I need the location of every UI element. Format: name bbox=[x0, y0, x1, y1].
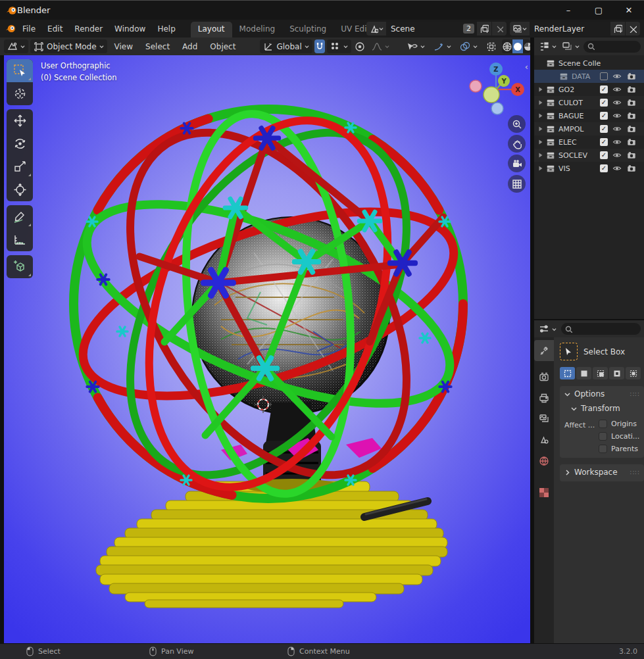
camera-visibility-icon[interactable] bbox=[627, 111, 636, 120]
menu-viewport-view[interactable]: View bbox=[109, 40, 138, 53]
outliner-row-data[interactable]: DATA bbox=[534, 70, 644, 83]
disclosure-triangle-icon[interactable] bbox=[538, 113, 543, 118]
exclude-checkbox[interactable]: ✓ bbox=[600, 125, 608, 133]
outliner-row-socle[interactable]: SOCLEV ✓ bbox=[534, 149, 644, 162]
outliner-row-go2[interactable]: GO2 ✓ bbox=[534, 83, 644, 96]
overlays-dropdown[interactable] bbox=[457, 39, 481, 53]
xray-toggle[interactable] bbox=[483, 39, 500, 53]
camera-visibility-icon[interactable] bbox=[627, 85, 636, 94]
proportional-edit-toggle[interactable] bbox=[353, 39, 366, 53]
proportional-falloff-dropdown[interactable] bbox=[368, 39, 393, 53]
shading-solid-button[interactable] bbox=[512, 39, 523, 53]
options-panel-header[interactable]: Options ∷∷ bbox=[564, 389, 639, 399]
tool-measure[interactable] bbox=[7, 228, 33, 251]
active-tool-row[interactable]: Select Box bbox=[560, 343, 644, 360]
menu-file[interactable]: File bbox=[16, 22, 41, 36]
snap-settings-dropdown[interactable] bbox=[327, 39, 351, 53]
tab-world[interactable] bbox=[534, 451, 554, 472]
locations-checkbox[interactable] bbox=[599, 432, 607, 441]
eye-icon[interactable] bbox=[612, 124, 622, 134]
view-layer-remove-button[interactable] bbox=[626, 22, 640, 36]
select-mode-invert-button[interactable] bbox=[609, 367, 624, 379]
blender-menu-logo-icon[interactable] bbox=[5, 23, 16, 34]
menu-edit[interactable]: Edit bbox=[41, 22, 68, 36]
menu-window[interactable]: Window bbox=[109, 22, 151, 36]
menu-render[interactable]: Render bbox=[68, 22, 109, 36]
snap-toggle[interactable] bbox=[314, 39, 325, 53]
editor-type-button[interactable] bbox=[4, 39, 28, 53]
close-button[interactable]: ✕ bbox=[614, 1, 644, 20]
affect-locations-option[interactable]: Locati... bbox=[599, 432, 639, 441]
tool-annotate[interactable] bbox=[7, 205, 33, 228]
tab-sculpting[interactable]: Sculpting bbox=[282, 22, 334, 37]
shading-material-button[interactable] bbox=[523, 39, 530, 53]
maximize-button[interactable]: ▢ bbox=[583, 1, 614, 20]
affect-origins-option[interactable]: Origins bbox=[599, 420, 639, 428]
scene-unlink-button[interactable] bbox=[492, 22, 507, 36]
tab-output[interactable] bbox=[534, 387, 554, 408]
visibility-dropdown[interactable] bbox=[404, 39, 428, 53]
menu-viewport-object[interactable]: Object bbox=[205, 40, 241, 53]
camera-visibility-icon[interactable] bbox=[627, 151, 636, 160]
minimize-button[interactable]: – bbox=[553, 1, 583, 20]
viewport-3d[interactable]: Z Y X User Orthographic (0) Scene Collec… bbox=[4, 55, 530, 643]
exclude-checkbox[interactable]: ✓ bbox=[600, 112, 608, 120]
tool-rotate[interactable] bbox=[7, 132, 33, 155]
exclude-checkbox[interactable]: ✓ bbox=[600, 99, 608, 107]
disclosure-triangle-icon[interactable] bbox=[538, 87, 543, 92]
menu-viewport-add[interactable]: Add bbox=[177, 40, 203, 53]
disclosure-triangle-icon[interactable] bbox=[538, 139, 543, 145]
eye-icon[interactable] bbox=[612, 98, 622, 107]
tab-modeling[interactable]: Modeling bbox=[232, 22, 283, 37]
tab-tool[interactable] bbox=[534, 340, 554, 361]
properties-search-field[interactable] bbox=[561, 323, 641, 335]
pan-button[interactable] bbox=[508, 135, 526, 153]
shading-wireframe-button[interactable] bbox=[502, 39, 512, 53]
tool-add-cube[interactable] bbox=[7, 255, 33, 278]
disclosure-triangle-icon[interactable] bbox=[538, 153, 543, 158]
select-mode-new-button[interactable] bbox=[560, 367, 575, 379]
menu-viewport-select[interactable]: Select bbox=[140, 40, 175, 53]
eye-icon[interactable] bbox=[612, 72, 622, 81]
sidebar-collapse-arrow[interactable]: ‹ bbox=[525, 62, 528, 72]
workspace-panel-header[interactable]: Workspace ∷∷ bbox=[564, 468, 639, 477]
gizmo-z-neg-axis[interactable] bbox=[491, 103, 503, 114]
exclude-checkbox[interactable] bbox=[600, 72, 608, 80]
view-layer-browse-button[interactable] bbox=[510, 22, 530, 36]
affect-parents-option[interactable]: Parents bbox=[599, 445, 639, 453]
eye-icon[interactable] bbox=[612, 164, 622, 173]
transform-panel-header[interactable]: Transform bbox=[571, 404, 639, 413]
disclosure-triangle-icon[interactable] bbox=[538, 166, 543, 171]
view-layer-new-button[interactable] bbox=[610, 22, 625, 36]
tab-view-layer[interactable] bbox=[534, 408, 554, 429]
exclude-checkbox[interactable]: ✓ bbox=[600, 164, 608, 172]
panel-grip[interactable]: ∷∷ bbox=[630, 469, 640, 476]
exclude-checkbox[interactable]: ✓ bbox=[600, 138, 608, 146]
origins-checkbox[interactable] bbox=[599, 420, 607, 428]
transform-orientation-dropdown[interactable]: Global bbox=[260, 39, 312, 53]
properties-editor-type-button[interactable] bbox=[537, 322, 558, 336]
perspective-toggle-button[interactable] bbox=[508, 175, 526, 193]
scene-new-button[interactable] bbox=[477, 22, 491, 36]
camera-visibility-icon[interactable] bbox=[627, 137, 636, 147]
scene-browse-button[interactable] bbox=[366, 22, 386, 36]
menu-help[interactable]: Help bbox=[151, 22, 181, 36]
camera-visibility-icon[interactable] bbox=[627, 98, 636, 107]
camera-visibility-icon[interactable] bbox=[627, 72, 636, 81]
eye-icon[interactable] bbox=[612, 137, 622, 147]
disclosure-triangle-icon[interactable] bbox=[538, 126, 543, 132]
camera-visibility-icon[interactable] bbox=[627, 124, 636, 134]
outliner-row-vis[interactable]: VIS ✓ bbox=[534, 162, 644, 175]
scene-name[interactable]: Scene bbox=[386, 24, 463, 34]
tool-cursor[interactable] bbox=[7, 82, 33, 105]
zoom-button[interactable] bbox=[508, 115, 526, 133]
outliner-row-ampoule[interactable]: AMPOL ✓ bbox=[534, 122, 644, 135]
gizmo-x-neg-axis[interactable] bbox=[470, 80, 482, 92]
gizmo-y-neg-axis[interactable] bbox=[483, 87, 499, 103]
exclude-checkbox[interactable]: ✓ bbox=[600, 151, 608, 159]
exclude-checkbox[interactable]: ✓ bbox=[600, 85, 608, 93]
tab-scene[interactable] bbox=[534, 429, 554, 451]
select-mode-intersect-button[interactable] bbox=[626, 367, 641, 379]
tab-render[interactable] bbox=[534, 366, 554, 387]
tool-scale[interactable] bbox=[7, 155, 33, 178]
